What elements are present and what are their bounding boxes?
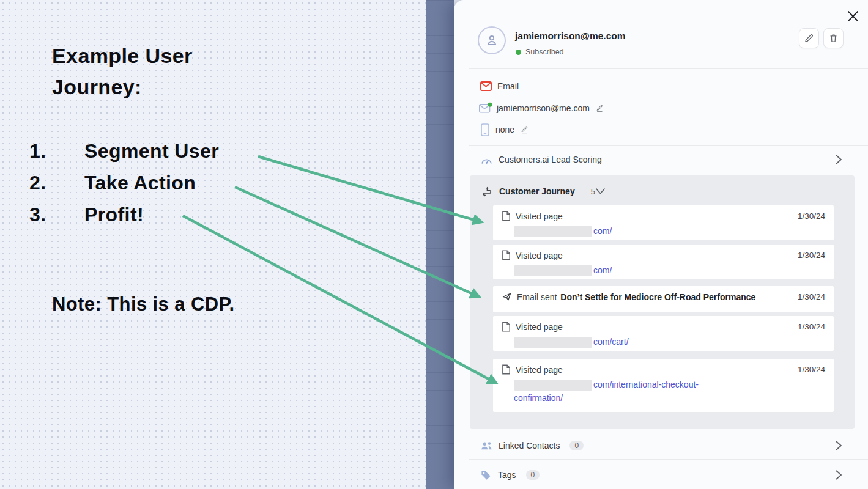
chevron-right-icon bbox=[835, 469, 842, 480]
event-date: 1/30/24 bbox=[798, 322, 825, 331]
background-app-column bbox=[426, 0, 454, 489]
people-icon bbox=[480, 441, 493, 451]
email-value: jamiemorrison@me.com bbox=[497, 103, 590, 113]
send-icon bbox=[502, 292, 512, 302]
event-title: Email sent bbox=[517, 292, 557, 302]
lead-scoring-row[interactable]: Customers.ai Lead Scoring bbox=[454, 150, 868, 169]
channel-label: Email bbox=[497, 81, 519, 91]
annotation-background: Example User Journey: 1. Segment User 2.… bbox=[0, 0, 426, 489]
event-title: Visited page bbox=[516, 251, 563, 260]
page-icon bbox=[502, 322, 511, 332]
phone-value: none bbox=[495, 125, 514, 134]
event-url-line: com/ bbox=[514, 224, 825, 238]
divider bbox=[469, 145, 868, 146]
journey-route-icon bbox=[481, 186, 493, 197]
step-label: Profit! bbox=[84, 202, 144, 227]
journey-event-card: Email sent Don’t Settle for Mediocre Off… bbox=[493, 286, 834, 312]
email-value-row: jamiemorrison@me.com bbox=[454, 100, 868, 116]
journey-label: Customer Journey bbox=[499, 186, 575, 196]
status-dot-icon bbox=[516, 50, 521, 55]
phone-icon bbox=[481, 123, 489, 136]
journey-event-card: Visited page 1/30/24 com/cart/ bbox=[493, 316, 834, 351]
close-icon bbox=[847, 10, 859, 22]
journey-event-card: Visited page 1/30/24 com/ bbox=[493, 205, 834, 240]
visited-page-link[interactable]: com/ bbox=[593, 265, 612, 275]
chevron-right-icon bbox=[835, 440, 842, 451]
redacted-domain bbox=[514, 380, 592, 391]
page-icon bbox=[502, 211, 511, 221]
step-number: 3. bbox=[29, 202, 84, 227]
divider bbox=[469, 459, 868, 460]
email-subscribed-icon bbox=[478, 102, 492, 114]
event-title: Visited page bbox=[516, 322, 563, 332]
event-url-line: com/ bbox=[514, 263, 825, 277]
event-title: Visited page bbox=[516, 365, 563, 375]
event-date: 1/30/24 bbox=[798, 251, 825, 260]
event-date: 1/30/24 bbox=[798, 292, 825, 301]
close-button[interactable] bbox=[844, 7, 861, 24]
pencil-icon bbox=[596, 104, 604, 112]
tag-icon bbox=[480, 469, 492, 481]
customer-journey-header[interactable]: Customer Journey 5 bbox=[481, 180, 842, 202]
pencil-icon bbox=[521, 125, 529, 134]
chevron-right-icon bbox=[835, 154, 842, 165]
redacted-domain bbox=[514, 226, 592, 237]
avatar bbox=[478, 26, 506, 54]
edit-email-button[interactable] bbox=[596, 104, 604, 112]
event-url-line: com/cart/ bbox=[514, 335, 825, 348]
visited-page-link[interactable]: com/cart/ bbox=[593, 337, 629, 347]
visited-page-link[interactable]: com/international-checkout- bbox=[593, 380, 699, 389]
journey-event-card: Visited page 1/30/24 com/ bbox=[493, 244, 834, 279]
step-number: 2. bbox=[29, 171, 84, 195]
event-url-line: com/international-checkout- confirmation… bbox=[514, 378, 825, 405]
trash-icon bbox=[828, 33, 839, 43]
tags-row[interactable]: Tags 0 bbox=[454, 465, 868, 485]
visited-page-link-wrap[interactable]: confirmation/ bbox=[514, 393, 563, 403]
event-date: 1/30/24 bbox=[798, 211, 825, 221]
phone-value-row: none bbox=[454, 122, 868, 138]
redacted-domain bbox=[514, 265, 592, 276]
linked-contacts-row[interactable]: Linked Contacts 0 bbox=[454, 436, 868, 455]
visited-page-link[interactable]: com/ bbox=[593, 226, 612, 236]
step-number: 1. bbox=[29, 139, 84, 163]
edit-phone-button[interactable] bbox=[521, 125, 529, 134]
event-date: 1/30/24 bbox=[798, 365, 825, 374]
lead-scoring-label: Customers.ai Lead Scoring bbox=[499, 155, 602, 164]
screenshot-root: Example User Journey: 1. Segment User 2.… bbox=[0, 0, 868, 489]
linked-contacts-label: Linked Contacts bbox=[499, 441, 560, 450]
subscription-status: Subscribed bbox=[516, 48, 564, 56]
gmail-icon bbox=[480, 81, 492, 91]
annotation-step-2: 2. Take Action bbox=[29, 171, 196, 195]
page-icon bbox=[502, 250, 511, 260]
pencil-icon bbox=[804, 33, 814, 43]
channel-header-row: Email bbox=[454, 78, 868, 94]
tags-label: Tags bbox=[498, 470, 516, 480]
step-label: Take Action bbox=[84, 171, 196, 195]
delete-contact-button[interactable] bbox=[823, 28, 844, 48]
edit-contact-button[interactable] bbox=[799, 28, 819, 48]
contact-email-title: jamiemorrison@me.com bbox=[515, 31, 626, 42]
linked-contacts-count: 0 bbox=[569, 441, 584, 450]
chevron-down-icon bbox=[595, 188, 606, 195]
contact-detail-panel: jamiemorrison@me.com Subscribed Email bbox=[454, 0, 868, 489]
email-subject: Don’t Settle for Mediocre Off-Road Perfo… bbox=[560, 292, 755, 302]
divider bbox=[469, 68, 868, 69]
journey-count: 5 bbox=[591, 187, 595, 196]
annotation-note: Note: This is a CDP. bbox=[52, 293, 235, 315]
customer-journey-section: Customer Journey 5 Visited page 1/30/24 bbox=[470, 175, 855, 429]
annotation-step-3: 3. Profit! bbox=[29, 202, 144, 227]
gauge-icon bbox=[480, 155, 493, 165]
status-label: Subscribed bbox=[525, 48, 564, 56]
annotation-heading: Example User Journey: bbox=[52, 40, 193, 103]
step-label: Segment User bbox=[84, 139, 219, 163]
redacted-domain bbox=[514, 337, 592, 348]
page-icon bbox=[502, 364, 511, 375]
annotation-step-1: 1. Segment User bbox=[29, 139, 219, 163]
tags-count: 0 bbox=[526, 470, 540, 480]
journey-event-card: Visited page 1/30/24 com/international-c… bbox=[493, 359, 834, 412]
event-title: Visited page bbox=[516, 211, 563, 221]
person-icon bbox=[484, 33, 499, 48]
